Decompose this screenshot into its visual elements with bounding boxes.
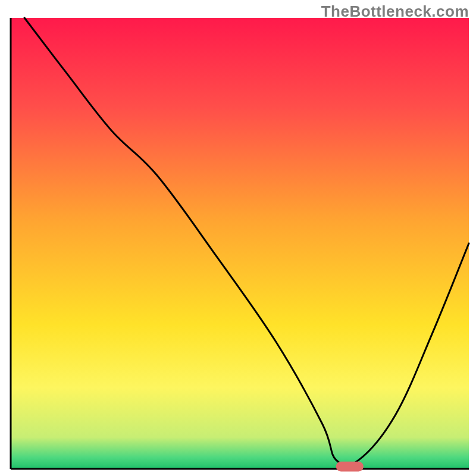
optimal-range — [336, 462, 364, 472]
gradient-background — [11, 18, 469, 469]
chart-frame: TheBottleneck.com — [0, 0, 476, 476]
bottleneck-chart — [0, 0, 476, 476]
watermark-text: TheBottleneck.com — [321, 2, 469, 21]
